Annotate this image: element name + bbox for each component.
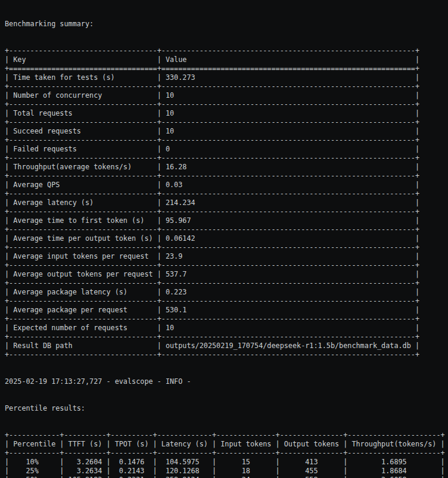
log-line: 2025-02-19 17:13:27,727 - evalscope - IN… xyxy=(5,377,448,386)
percentile-title: Percentile results: xyxy=(5,404,448,413)
summary-title: Benchmarking summary: xyxy=(5,20,448,29)
summary-table: +-----------------------------------+---… xyxy=(5,46,448,359)
percentile-table: +------------+----------+----------+----… xyxy=(5,431,448,478)
terminal-window[interactable]: Benchmarking summary: +-----------------… xyxy=(0,0,448,478)
